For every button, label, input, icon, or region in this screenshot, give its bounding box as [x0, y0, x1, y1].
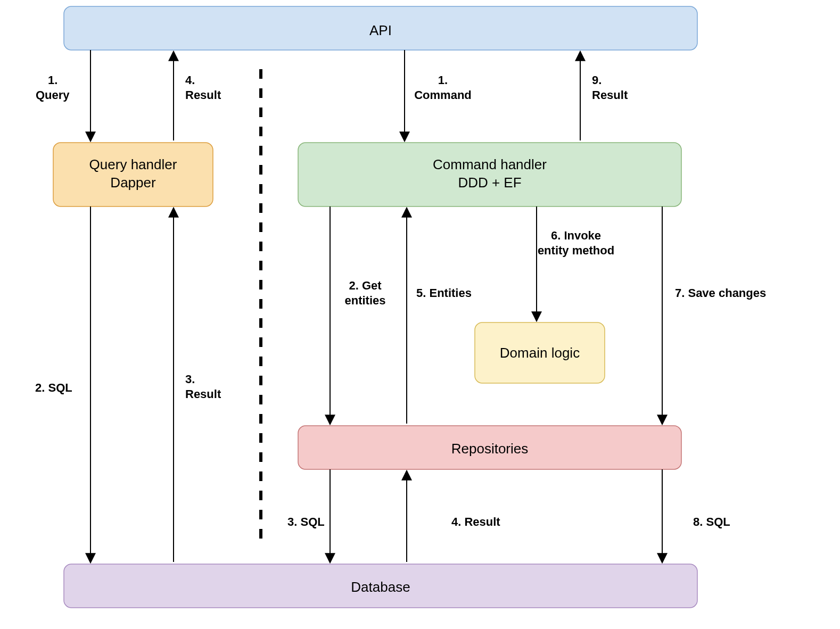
api-label: API [369, 22, 392, 38]
query-handler-l1: Query handler [89, 156, 177, 172]
lbl-9r-a: 9. [592, 73, 602, 87]
command-handler-l1: Command handler [433, 156, 547, 172]
lbl-8s: 8. SQL [693, 515, 730, 528]
lbl-1c-a: 1. [438, 73, 448, 87]
lbl-7s: 7. Save changes [675, 286, 766, 300]
lbl-5e: 5. Entities [416, 286, 472, 300]
lbl-6i-a: 6. Invoke [551, 229, 601, 242]
lbl-2s: 2. SQL [35, 381, 72, 394]
command-handler-l2: DDD + EF [458, 175, 521, 191]
lbl-4r-b: Result [185, 88, 221, 102]
lbl-2g-a: 2. Get [349, 279, 382, 292]
lbl-3r-a: 3. [185, 373, 195, 386]
lbl-4r-a: 4. [185, 73, 195, 87]
domain-logic-label: Domain logic [500, 345, 580, 361]
lbl-6i-b: entity method [538, 244, 614, 257]
architecture-diagram: API Query handler Dapper Command handler… [0, 0, 840, 629]
lbl-1q-a: 1. [48, 73, 57, 87]
lbl-2g-b: entities [344, 294, 385, 307]
lbl-9r-b: Result [592, 88, 628, 102]
lbl-4res: 4. Result [451, 515, 500, 528]
database-label: Database [351, 579, 410, 595]
lbl-3s: 3. SQL [287, 515, 325, 528]
query-handler-l2: Dapper [110, 175, 156, 191]
lbl-1q-b: Query [36, 88, 70, 102]
repositories-label: Repositories [451, 441, 529, 457]
lbl-3r-b: Result [185, 387, 221, 401]
lbl-1c-b: Command [414, 88, 472, 102]
